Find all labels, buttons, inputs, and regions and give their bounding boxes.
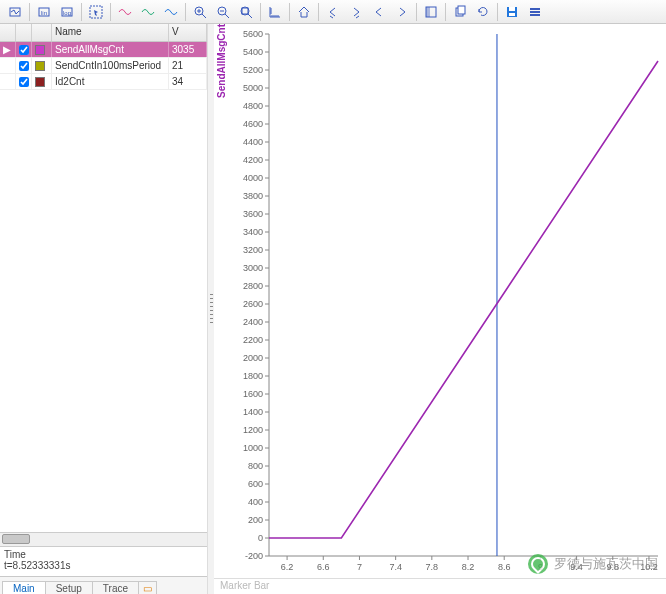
scope-icon[interactable] xyxy=(4,2,26,22)
main-split: Name V ▶SendAllMsgCnt3035SendCntIn100msP… xyxy=(0,24,666,594)
svg-text:8.6: 8.6 xyxy=(498,562,511,572)
svg-text:4600: 4600 xyxy=(243,119,263,129)
row-color-swatch xyxy=(32,58,52,73)
row-value: 3035 xyxy=(169,42,207,57)
svg-text:3000: 3000 xyxy=(243,263,263,273)
svg-text:3400: 3400 xyxy=(243,227,263,237)
svg-rect-15 xyxy=(509,7,515,11)
row-color-swatch xyxy=(32,74,52,89)
wave-b-icon[interactable] xyxy=(137,2,159,22)
svg-text:8.2: 8.2 xyxy=(462,562,475,572)
svg-text:6.6: 6.6 xyxy=(317,562,330,572)
svg-text:5000: 5000 xyxy=(243,83,263,93)
svg-rect-17 xyxy=(530,8,540,10)
zoom-fit-icon[interactable] xyxy=(235,2,257,22)
plot[interactable]: -200020040060080010001200140016001800200… xyxy=(231,30,660,578)
scrollbar-thumb[interactable] xyxy=(2,534,30,544)
svg-text:4000: 4000 xyxy=(243,173,263,183)
svg-text:1600: 1600 xyxy=(243,389,263,399)
svg-text:2000: 2000 xyxy=(243,353,263,363)
svg-text:5400: 5400 xyxy=(243,47,263,57)
svg-text:200: 200 xyxy=(248,515,263,525)
zoom-out-icon[interactable] xyxy=(212,2,234,22)
svg-text:6.2: 6.2 xyxy=(281,562,294,572)
col-value[interactable]: V xyxy=(169,24,207,41)
tab-trace[interactable]: Trace xyxy=(92,581,139,594)
info-line-2: t=8.52333331s xyxy=(4,560,203,571)
svg-rect-16 xyxy=(509,13,515,16)
row-marker xyxy=(0,74,16,89)
svg-text:1000: 1000 xyxy=(243,443,263,453)
wave-a-icon[interactable] xyxy=(114,2,136,22)
panel-icon[interactable] xyxy=(420,2,442,22)
signal-table: Name V ▶SendAllMsgCnt3035SendCntIn100msP… xyxy=(0,24,207,90)
nav-prev-icon[interactable] xyxy=(368,2,390,22)
nav-next-down-icon[interactable] xyxy=(345,2,367,22)
svg-text:3800: 3800 xyxy=(243,191,263,201)
svg-text:7.4: 7.4 xyxy=(389,562,402,572)
row-value: 21 xyxy=(169,58,207,73)
refresh-icon[interactable] xyxy=(472,2,494,22)
svg-rect-11 xyxy=(426,7,430,17)
svg-rect-13 xyxy=(458,6,465,14)
cursor-icon[interactable] xyxy=(85,2,107,22)
zoom-in-icon[interactable] xyxy=(189,2,211,22)
horizontal-scrollbar[interactable] xyxy=(0,532,207,546)
row-checkbox[interactable] xyxy=(16,42,32,57)
tab-extra-icon[interactable]: ▭ xyxy=(138,581,157,594)
info-line-1: Time xyxy=(4,549,203,560)
toolbar: linlog xyxy=(0,0,666,24)
svg-text:9.8: 9.8 xyxy=(607,562,620,572)
row-marker: ▶ xyxy=(0,42,16,57)
svg-text:7.8: 7.8 xyxy=(426,562,439,572)
svg-text:1400: 1400 xyxy=(243,407,263,417)
svg-text:log: log xyxy=(63,10,71,16)
home-icon[interactable] xyxy=(293,2,315,22)
table-row[interactable]: SendCntIn100msPeriod21 xyxy=(0,58,207,74)
linear-axis-icon[interactable]: lin xyxy=(33,2,55,22)
log-axis-icon[interactable]: log xyxy=(56,2,78,22)
svg-text:lin: lin xyxy=(41,10,47,16)
plot-area: SendAllMsgCnt -2000200400600800100012001… xyxy=(214,24,666,578)
tab-main[interactable]: Main xyxy=(2,581,46,594)
col-name[interactable]: Name xyxy=(52,24,169,41)
svg-text:1800: 1800 xyxy=(243,371,263,381)
table-row[interactable]: ▶SendAllMsgCnt3035 xyxy=(0,42,207,58)
copy-icon[interactable] xyxy=(449,2,471,22)
svg-text:10.2: 10.2 xyxy=(640,562,658,572)
svg-text:1200: 1200 xyxy=(243,425,263,435)
nav-next-icon[interactable] xyxy=(391,2,413,22)
nav-prev-down-icon[interactable] xyxy=(322,2,344,22)
table-row[interactable]: Id2Cnt34 xyxy=(0,74,207,90)
svg-text:2600: 2600 xyxy=(243,299,263,309)
svg-text:4400: 4400 xyxy=(243,137,263,147)
ruler-xy-icon[interactable] xyxy=(264,2,286,22)
svg-text:0: 0 xyxy=(258,533,263,543)
settings-icon[interactable] xyxy=(524,2,546,22)
y-axis-label: SendAllMsgCnt xyxy=(214,24,231,106)
wave-c-icon[interactable] xyxy=(160,2,182,22)
bottom-tabs: MainSetupTrace▭ xyxy=(0,576,207,594)
marker-bar[interactable]: Marker Bar xyxy=(214,578,666,594)
row-name: SendAllMsgCnt xyxy=(52,42,169,57)
svg-text:800: 800 xyxy=(248,461,263,471)
svg-text:9.4: 9.4 xyxy=(570,562,583,572)
row-checkbox[interactable] xyxy=(16,74,32,89)
signal-panel: Name V ▶SendAllMsgCnt3035SendCntIn100msP… xyxy=(0,24,208,594)
svg-rect-9 xyxy=(242,8,248,14)
svg-text:2400: 2400 xyxy=(243,317,263,327)
svg-rect-19 xyxy=(530,14,540,16)
svg-text:5200: 5200 xyxy=(243,65,263,75)
svg-text:9: 9 xyxy=(538,562,543,572)
svg-text:2200: 2200 xyxy=(243,335,263,345)
tab-setup[interactable]: Setup xyxy=(45,581,93,594)
svg-text:3200: 3200 xyxy=(243,245,263,255)
row-marker xyxy=(0,58,16,73)
svg-text:7: 7 xyxy=(357,562,362,572)
svg-text:4800: 4800 xyxy=(243,101,263,111)
row-name: SendCntIn100msPeriod xyxy=(52,58,169,73)
row-checkbox[interactable] xyxy=(16,58,32,73)
chart-svg[interactable]: -200020040060080010001200140016001800200… xyxy=(231,30,660,578)
time-info: Time t=8.52333331s xyxy=(0,546,207,576)
save-icon[interactable] xyxy=(501,2,523,22)
